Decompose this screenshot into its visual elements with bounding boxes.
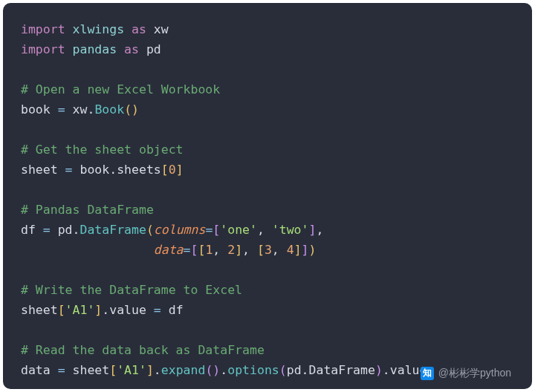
code-line: data=[[1, 2], [3, 4]]) — [21, 243, 316, 257]
paren-open: ( — [146, 223, 154, 237]
property: value — [390, 363, 427, 377]
operator-equals: = — [184, 243, 191, 257]
keyword-as: as — [124, 42, 139, 56]
object: xw — [73, 102, 88, 117]
code-line: book = xw.Book() — [21, 102, 139, 117]
comma: , — [316, 223, 323, 237]
code-line: # Open a new Excel Workbook — [21, 82, 220, 97]
bracket-open: [ — [161, 163, 169, 177]
bracket-close: ] — [94, 303, 102, 317]
variable: sheet — [21, 163, 58, 177]
comment: # Pandas DataFrame — [21, 203, 154, 217]
indent — [21, 243, 154, 257]
paren-close: ) — [309, 243, 317, 257]
keyword-as: as — [132, 22, 146, 36]
kwarg-columns: columns — [154, 223, 206, 237]
bracket-close: ] — [308, 223, 316, 237]
code-line: # Write the DataFrame to Excel — [21, 283, 242, 297]
dot: . — [109, 163, 117, 177]
alias: xw — [154, 22, 169, 36]
arg-object: pd — [287, 363, 302, 377]
string: 'A1' — [65, 303, 95, 317]
object: book — [80, 163, 109, 177]
paren-close: ) — [213, 363, 220, 377]
variable: book — [21, 102, 51, 117]
dot: . — [102, 303, 109, 317]
number: 2 — [227, 243, 235, 257]
object: pd — [58, 223, 73, 237]
module-name: xlwings — [73, 22, 125, 36]
keyword-import: import — [21, 42, 65, 56]
bracket-close: ] — [294, 243, 302, 257]
comment: # Read the data back as DataFrame — [21, 343, 265, 357]
author-handle: @彬彬学python — [438, 363, 511, 383]
arg-attr: DataFrame — [309, 363, 375, 377]
bracket-close: ] — [176, 163, 184, 177]
property: sheets — [117, 163, 161, 177]
comma: , — [272, 243, 279, 257]
variable: df — [21, 223, 36, 237]
operator-equals: = — [205, 223, 213, 237]
call: expand — [161, 363, 206, 377]
number: 4 — [287, 243, 294, 257]
object: sheet — [21, 303, 58, 317]
comment: # Get the sheet object — [21, 143, 184, 157]
comma: , — [242, 243, 250, 257]
object: sheet — [73, 363, 110, 377]
operator-equals: = — [58, 363, 65, 377]
number: 0 — [169, 163, 176, 177]
module-name: pandas — [73, 42, 117, 56]
number: 3 — [265, 243, 272, 257]
code-block: import xlwings as xw import pandas as pd… — [3, 3, 532, 389]
operator-equals: = — [65, 163, 73, 177]
alias: pd — [146, 42, 161, 56]
property: value — [109, 303, 146, 317]
paren-open: ( — [279, 363, 287, 377]
code-line: # Pandas DataFrame — [21, 203, 154, 217]
operator-equals: = — [154, 303, 161, 317]
paren-open: ( — [124, 102, 132, 117]
dot: . — [302, 363, 309, 377]
watermark-caption: 知 @彬彬学python — [421, 363, 511, 383]
dot: . — [220, 363, 227, 377]
bracket-open: [ — [191, 243, 198, 257]
paren-close: ) — [375, 363, 383, 377]
operator-equals: = — [43, 223, 51, 237]
bracket-open: [ — [198, 243, 205, 257]
kwarg-data: data — [154, 243, 184, 257]
bracket-open: [ — [257, 243, 265, 257]
keyword-import: import — [21, 22, 65, 36]
bracket-close: ] — [302, 243, 309, 257]
bracket-open: [ — [109, 363, 117, 377]
call: Book — [94, 102, 124, 117]
paren-open: ( — [205, 363, 213, 377]
bracket-close: ] — [146, 363, 154, 377]
dot: . — [87, 102, 94, 117]
paren-close: ) — [132, 102, 139, 117]
string: 'two' — [272, 223, 309, 237]
number: 1 — [205, 243, 213, 257]
variable: df — [169, 303, 184, 317]
variable: data — [21, 363, 51, 377]
string: 'A1' — [117, 363, 146, 377]
comment: # Write the DataFrame to Excel — [21, 283, 242, 297]
call: DataFrame — [80, 223, 146, 237]
bracket-open: [ — [58, 303, 65, 317]
dot: . — [383, 363, 390, 377]
code-line: df = pd.DataFrame(columns=['one', 'two']… — [21, 223, 323, 237]
dot: . — [73, 223, 80, 237]
call: options — [227, 363, 279, 377]
comma: , — [213, 243, 220, 257]
comma: , — [257, 223, 265, 237]
comment: # Open a new Excel Workbook — [21, 82, 220, 97]
code-line: data = sheet['A1'].expand().options(pd.D… — [21, 363, 427, 377]
code-line: import pandas as pd — [21, 42, 161, 56]
bracket-open: [ — [213, 223, 220, 237]
dot: . — [154, 363, 161, 377]
code-line: sheet = book.sheets[0] — [21, 163, 184, 177]
bracket-close: ] — [235, 243, 242, 257]
string: 'one' — [220, 223, 257, 237]
code-line: # Get the sheet object — [21, 143, 184, 157]
code-line: # Read the data back as DataFrame — [21, 343, 265, 357]
operator-equals: = — [58, 102, 65, 117]
